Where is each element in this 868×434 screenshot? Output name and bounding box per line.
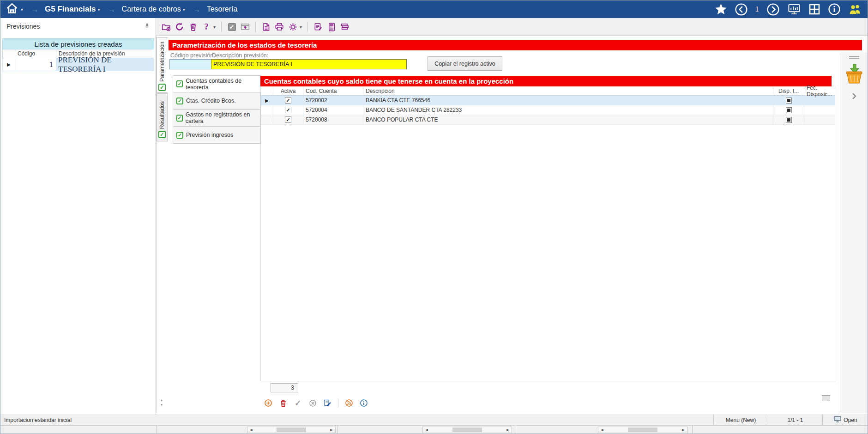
descripcion-cell[interactable]: PREVISIÓN DE TESORERÍA I <box>56 58 154 71</box>
pin-icon[interactable] <box>144 23 150 30</box>
disp-checkbox-indeterminate[interactable] <box>786 117 792 123</box>
toggle-check-icon[interactable]: ✓ <box>227 22 236 31</box>
subtab-checked-icon[interactable]: ✓ <box>176 132 183 139</box>
main-toolbar: ? ▾ ✓ ▾ <box>156 18 868 36</box>
subtab-checked-icon[interactable]: ✓ <box>176 80 183 87</box>
gear-icon[interactable] <box>288 22 297 31</box>
open-status-cell[interactable]: Open <box>822 415 868 425</box>
apps-grid-icon[interactable] <box>808 3 820 15</box>
scrollbar-thumb[interactable] <box>628 428 657 432</box>
print-icon[interactable] <box>275 22 284 31</box>
activa-checkbox[interactable]: ✓ <box>285 116 291 123</box>
breadcrumb-section[interactable]: Cartera de cobros <box>122 5 181 13</box>
scrollbar-thumb[interactable] <box>277 428 306 432</box>
scroll-left-icon[interactable]: ◄ <box>247 427 255 433</box>
cod-cuenta-cell[interactable]: 5720004 <box>303 105 363 115</box>
cod-cuenta-column-header[interactable]: Cod. Cuenta <box>303 86 363 95</box>
cod-cuenta-cell[interactable]: 5720008 <box>303 115 363 124</box>
new-folder-icon[interactable] <box>162 22 171 31</box>
info-circle-icon[interactable] <box>828 3 841 16</box>
validate-icon[interactable]: ✓ <box>294 399 302 407</box>
undo-icon[interactable] <box>175 22 184 31</box>
descripcion-cell[interactable]: BANCO POPULAR CTA CTE <box>363 115 773 124</box>
codigo-cell[interactable]: 1 <box>15 58 56 71</box>
prevision-row[interactable]: ▶ 1 PREVISIÓN DE TESORERÍA I <box>2 58 154 71</box>
help-icon[interactable]: ? <box>202 22 211 31</box>
horizontal-scrollbar[interactable]: ◄ ► <box>598 427 687 433</box>
descripcion-cell[interactable]: BANKIA CTA CTE 766546 <box>363 96 773 105</box>
activa-checkbox[interactable]: ✓ <box>285 107 291 113</box>
scroll-up-icon[interactable]: ▴ <box>161 398 163 403</box>
add-row-icon[interactable] <box>264 399 272 407</box>
splitter-grip[interactable] <box>849 56 859 59</box>
breadcrumb-page[interactable]: Tesorería <box>207 5 238 13</box>
calculator-icon[interactable] <box>327 22 336 31</box>
scroll-right-icon[interactable]: ► <box>328 427 335 433</box>
cancel-icon[interactable] <box>308 399 317 407</box>
selector-column-header[interactable] <box>3 49 15 58</box>
account-row[interactable]: ▶ ✓ 5720002 BANKIA CTA CTE 766546 <box>261 96 835 105</box>
scroll-left-icon[interactable]: ◄ <box>423 427 430 433</box>
subtab-prevision-ingresos[interactable]: ✓ Previsión ingresos <box>173 127 260 144</box>
fec-column-header[interactable]: Fec. Disposic... <box>804 86 835 95</box>
help-dropdown-icon[interactable]: ▾ <box>213 24 216 30</box>
import-basket-icon[interactable] <box>844 63 864 86</box>
home-button[interactable]: ▾ <box>5 1 25 17</box>
descripcion-cell[interactable]: BANCO DE SANTANDER CTA 282233 <box>363 105 773 115</box>
activa-checkbox[interactable]: ✓ <box>285 97 291 104</box>
grid-corner-button[interactable] <box>822 395 830 401</box>
section-caret-icon[interactable]: ▾ <box>183 7 185 12</box>
fec-disposicion-cell[interactable] <box>804 115 835 124</box>
breadcrumb-module[interactable]: G5 Financials <box>45 5 96 14</box>
scroll-right-icon[interactable]: ► <box>680 427 687 433</box>
subtab-ctas-credito[interactable]: ✓ Ctas. Crédito Bcos. <box>173 92 260 110</box>
document-icon[interactable] <box>261 22 271 31</box>
scroll-right-icon[interactable]: ► <box>504 427 512 433</box>
account-row[interactable]: ✓ 5720008 BANCO POPULAR CTA CTE <box>261 115 835 125</box>
disp-checkbox-indeterminate[interactable] <box>786 98 792 104</box>
record-count-box: 3 <box>271 383 298 392</box>
users-icon[interactable] <box>848 3 862 16</box>
trash-icon[interactable] <box>188 22 198 31</box>
prev-record-button[interactable] <box>735 3 748 16</box>
expand-panel-chevron-icon[interactable] <box>852 93 856 101</box>
disp-column-header[interactable]: Disp. I... <box>773 86 804 95</box>
feed-icon[interactable] <box>345 399 353 407</box>
subtab-gastos-no-registrados[interactable]: ✓ Gastos no registrados en cartera <box>173 110 260 127</box>
tab-parametrizacion[interactable]: Parametrización ✓ <box>157 37 168 93</box>
disp-checkbox-indeterminate[interactable] <box>786 107 792 113</box>
horizontal-scrollbar[interactable]: ◄ ► <box>247 427 336 433</box>
scroll-left-icon[interactable]: ◄ <box>598 427 606 433</box>
favorites-star-icon[interactable] <box>715 3 727 16</box>
descripcion-prevision-field[interactable]: PREVISIÓN DE TESORERÍA I <box>211 59 407 69</box>
codigo-column-header[interactable]: Código <box>15 49 56 58</box>
selector-column-header[interactable] <box>261 86 273 95</box>
edit-icon[interactable] <box>323 399 332 407</box>
gear-dropdown-icon[interactable]: ▾ <box>300 24 302 30</box>
scroll-down-icon[interactable]: ▾ <box>161 403 163 407</box>
horizontal-scrollbar[interactable]: ◄ ► <box>422 427 512 433</box>
row-info-icon[interactable] <box>360 399 368 407</box>
popout-window-icon[interactable] <box>241 22 250 31</box>
activa-column-header[interactable]: Activa <box>273 86 303 95</box>
books-icon[interactable] <box>340 22 350 31</box>
row-selector-cell[interactable]: ▶ <box>3 58 15 71</box>
fec-disposicion-cell[interactable] <box>804 96 835 105</box>
dashboard-monitor-icon[interactable] <box>787 3 801 16</box>
subtab-checked-icon[interactable]: ✓ <box>176 115 183 122</box>
copiar-registro-button[interactable]: Copiar el registro activo <box>428 56 502 71</box>
subtab-checked-icon[interactable]: ✓ <box>176 98 183 104</box>
cod-cuenta-cell[interactable]: 5720002 <box>303 96 363 105</box>
scrollbar-thumb[interactable] <box>452 428 482 432</box>
account-row[interactable]: ✓ 5720004 BANCO DE SANTANDER CTA 282233 <box>261 105 835 115</box>
subtab-cuentas-contables[interactable]: ✓ Cuentas contables de tesorería <box>173 75 261 92</box>
descripcion-column-header[interactable]: Descripción <box>363 86 773 95</box>
tab-resultados[interactable]: Resultados ✓ <box>157 93 168 141</box>
module-caret-icon[interactable]: ▾ <box>98 7 100 12</box>
next-record-button[interactable] <box>766 3 780 16</box>
home-caret-icon: ▾ <box>21 7 23 12</box>
notes-icon[interactable] <box>313 22 323 31</box>
delete-row-icon[interactable] <box>279 399 287 407</box>
fec-disposicion-cell[interactable] <box>804 105 835 115</box>
menu-status-cell[interactable]: Menu (New) <box>713 415 768 425</box>
